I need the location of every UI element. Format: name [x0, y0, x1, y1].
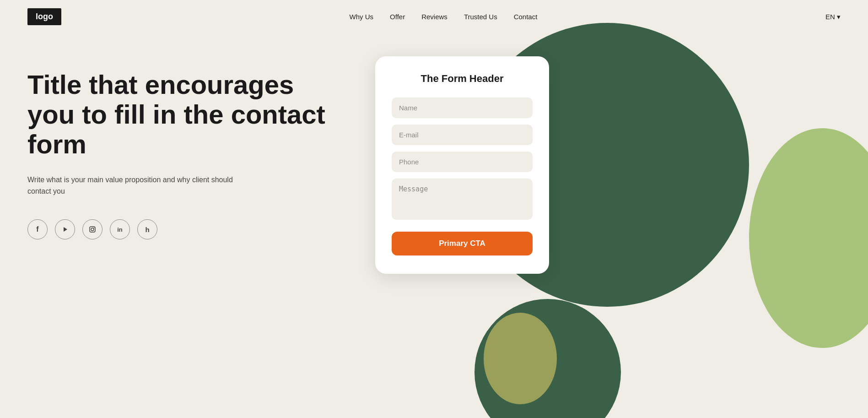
form-section: The Form Header Primary CTA	[375, 56, 549, 274]
nav-reviews[interactable]: Reviews	[421, 13, 447, 21]
social-icons-row: f in h	[27, 219, 339, 239]
phone-input[interactable]	[392, 152, 533, 172]
logo[interactable]: logo	[27, 8, 61, 25]
houzz-icon[interactable]: h	[137, 219, 157, 239]
email-input[interactable]	[392, 125, 533, 145]
navigation: logo Why Us Offer Reviews Trusted Us Con…	[0, 0, 868, 33]
cta-button[interactable]: Primary CTA	[392, 232, 533, 255]
nav-why-us[interactable]: Why Us	[350, 13, 374, 21]
background-blob-olive	[484, 313, 557, 404]
form-card: The Form Header Primary CTA	[375, 56, 549, 274]
svg-point-2	[91, 228, 94, 231]
linkedin-icon[interactable]: in	[110, 219, 130, 239]
hero-subtitle: Write what is your main value propositio…	[27, 174, 238, 197]
svg-point-3	[94, 228, 95, 228]
main-content: Title that encourages you to fill in the…	[0, 33, 868, 274]
nav-offer[interactable]: Offer	[390, 13, 405, 21]
message-input[interactable]	[392, 179, 533, 220]
nav-contact[interactable]: Contact	[514, 13, 538, 21]
hero-title: Title that encourages you to fill in the…	[27, 70, 339, 159]
instagram-icon[interactable]	[82, 219, 102, 239]
youtube-icon[interactable]	[55, 219, 75, 239]
facebook-icon[interactable]: f	[27, 219, 48, 239]
form-header: The Form Header	[392, 73, 533, 85]
language-selector[interactable]: EN ▾	[825, 13, 841, 21]
nav-links: Why Us Offer Reviews Trusted Us Contact	[350, 13, 538, 21]
name-input[interactable]	[392, 98, 533, 118]
nav-trusted-us[interactable]: Trusted Us	[464, 13, 497, 21]
svg-rect-1	[90, 227, 95, 232]
hero-section: Title that encourages you to fill in the…	[27, 52, 339, 239]
svg-marker-0	[64, 227, 67, 232]
